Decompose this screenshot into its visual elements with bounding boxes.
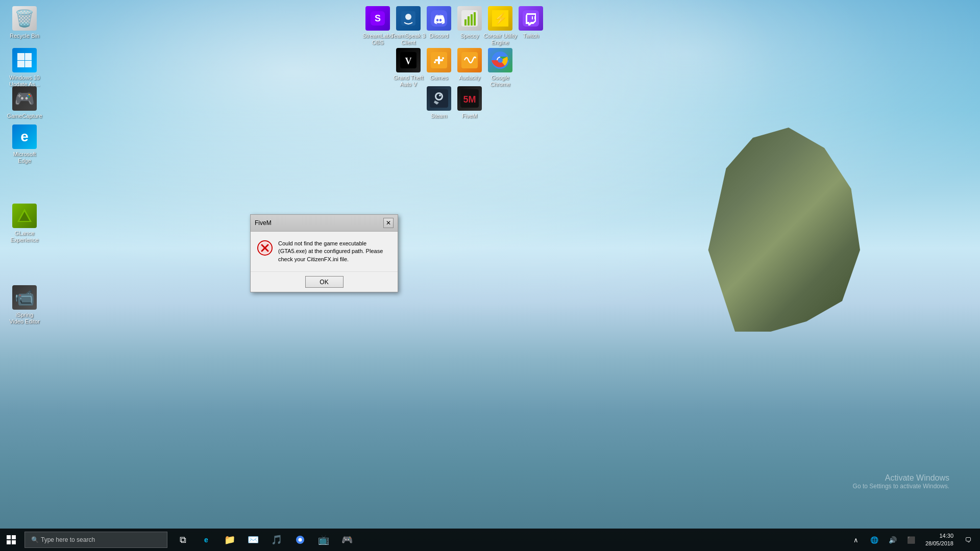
- clock-time: 14:30: [939, 532, 953, 540]
- dialog-footer: OK: [251, 271, 398, 292]
- svg-rect-19: [532, 16, 533, 19]
- desktop-icon-gl-experience[interactable]: GLanceExperience: [4, 202, 45, 245]
- taskbar-spotify-button[interactable]: 🎵: [265, 529, 288, 551]
- dialog-title-text: FiveM: [255, 219, 272, 227]
- desktop-area: 🗑️ Recycle Bin Windows 10Update As... 🎮 …: [0, 0, 980, 529]
- gamecapture-label: GameCapture: [7, 113, 42, 119]
- streamlabs-icon: S: [365, 6, 390, 31]
- dialog-titlebar: FiveM ✕: [251, 215, 398, 232]
- svg-rect-14: [471, 14, 473, 26]
- microsoft-edge-icon: e: [12, 124, 37, 149]
- svg-rect-12: [464, 19, 467, 26]
- games-label: Games: [430, 74, 448, 81]
- dialog-body: Could not find the game executable (GTA5…: [251, 232, 398, 271]
- fivem-error-dialog: FiveM ✕ Could not find the game executab…: [250, 214, 398, 292]
- gamecapture-icon: 🎮: [12, 86, 37, 111]
- svg-rect-2: [17, 61, 24, 67]
- discord-icon: [427, 6, 451, 31]
- svg-rect-45: [7, 540, 11, 544]
- desktop-icon-gamecapture[interactable]: 🎮 GameCapture: [4, 84, 45, 121]
- corsair-icon: ⚡: [488, 6, 512, 31]
- svg-rect-20: [534, 16, 535, 19]
- svg-rect-46: [12, 540, 16, 544]
- discord-label: Discord: [429, 33, 448, 39]
- svg-rect-15: [474, 12, 476, 26]
- windows10-update-icon: [12, 48, 37, 72]
- svg-rect-1: [25, 53, 32, 60]
- steam-label: Steam: [431, 113, 447, 119]
- taskbar-mail-button[interactable]: ✉️: [242, 529, 264, 551]
- taskbar-chrome-button[interactable]: [289, 529, 311, 551]
- desktop-icon-recycle-bin[interactable]: 🗑️ Recycle Bin: [4, 4, 45, 41]
- gl-experience-label: GLanceExperience: [10, 230, 38, 243]
- audacity-label: Audacity: [459, 74, 480, 81]
- svg-rect-44: [12, 535, 16, 539]
- dialog-ok-button[interactable]: OK: [305, 276, 344, 288]
- ispring-label: iSpringVideo Editor: [9, 312, 40, 325]
- svg-rect-3: [25, 61, 32, 67]
- teamspeak-icon: [396, 6, 421, 31]
- svg-rect-0: [17, 53, 24, 60]
- taskbar: 🔍 Type here to search ⧉ e 📁 ✉️ 🎵 📺 🎮 ∧ 🌐…: [0, 529, 980, 551]
- google-chrome-label: GoogleChrome: [490, 74, 510, 88]
- fivem-icon: 5M: [457, 86, 482, 111]
- ispring-icon: 📹: [12, 285, 37, 310]
- svg-rect-43: [7, 535, 11, 539]
- gta5-icon: V: [396, 48, 421, 72]
- taskbar-app1-button[interactable]: 📺: [312, 529, 335, 551]
- system-tray: ∧ 🌐 🔊 ⬛ 14:30 28/05/2018 🗨: [848, 529, 980, 551]
- desktop-icon-google-chrome[interactable]: GoogleChrome: [480, 46, 521, 90]
- network-icon[interactable]: 🌐: [866, 529, 883, 551]
- svg-text:V: V: [405, 56, 412, 66]
- fivem-label: FiveM: [462, 113, 477, 119]
- svg-point-9: [405, 14, 411, 20]
- recycle-bin-label: Recycle Bin: [10, 33, 39, 39]
- taskbar-folder-button[interactable]: 📁: [218, 529, 241, 551]
- steam-icon-img: [427, 86, 451, 111]
- error-icon: [257, 240, 273, 256]
- svg-rect-28: [461, 52, 478, 68]
- speccy-icon: [457, 6, 482, 31]
- taskbar-edge-button[interactable]: e: [195, 529, 217, 551]
- start-button[interactable]: [0, 529, 22, 551]
- search-placeholder: Type here to search: [41, 536, 95, 543]
- svg-rect-13: [468, 16, 470, 26]
- svg-text:5M: 5M: [463, 94, 476, 105]
- svg-point-34: [436, 94, 442, 99]
- taskbar-search-box[interactable]: 🔍 Type here to search: [24, 532, 167, 548]
- twitch-icon: [519, 6, 543, 31]
- desktop-icon-windows10-update[interactable]: Windows 10Update As...: [4, 46, 45, 90]
- task-view-button[interactable]: ⧉: [172, 529, 194, 551]
- twitch-label: Twitch: [523, 33, 538, 39]
- notification-icon[interactable]: 🗨: [960, 529, 976, 551]
- audacity-icon: [457, 48, 482, 72]
- desktop-icon-fivem[interactable]: 5M FiveM: [449, 84, 490, 121]
- battery-icon: ⬛: [903, 529, 919, 551]
- dialog-message-text: Could not find the game executable (GTA5…: [278, 240, 391, 263]
- desktop-icon-twitch[interactable]: Twitch: [510, 4, 551, 41]
- gl-experience-icon: [12, 204, 37, 228]
- clock-date: 28/05/2018: [925, 540, 953, 547]
- volume-icon[interactable]: 🔊: [885, 529, 901, 551]
- search-icon: 🔍: [31, 536, 39, 543]
- svg-point-31: [498, 58, 503, 63]
- taskbar-quick-icons: ⧉ e 📁 ✉️ 🎵 📺 🎮: [172, 529, 358, 551]
- dialog-close-button[interactable]: ✕: [383, 218, 394, 228]
- svg-text:⚡: ⚡: [494, 12, 508, 26]
- svg-point-27: [434, 61, 436, 63]
- recycle-bin-icon: 🗑️: [12, 6, 37, 31]
- tray-arrow-icon[interactable]: ∧: [848, 529, 864, 551]
- speccy-label: Speccy: [460, 33, 479, 39]
- games-icon: [427, 48, 451, 72]
- google-chrome-icon: [488, 48, 512, 72]
- taskbar-app2-button[interactable]: 🎮: [336, 529, 358, 551]
- svg-point-35: [439, 94, 441, 96]
- desktop-icon-ispring[interactable]: 📹 iSpringVideo Editor: [4, 283, 45, 327]
- svg-point-26: [442, 57, 444, 59]
- desktop-icon-microsoft-edge[interactable]: e MicrosoftEdge: [4, 122, 45, 166]
- svg-point-48: [299, 538, 302, 542]
- svg-text:S: S: [375, 13, 381, 23]
- microsoft-edge-label: MicrosoftEdge: [13, 151, 36, 164]
- svg-rect-25: [438, 56, 440, 64]
- system-clock[interactable]: 14:30 28/05/2018: [921, 532, 958, 548]
